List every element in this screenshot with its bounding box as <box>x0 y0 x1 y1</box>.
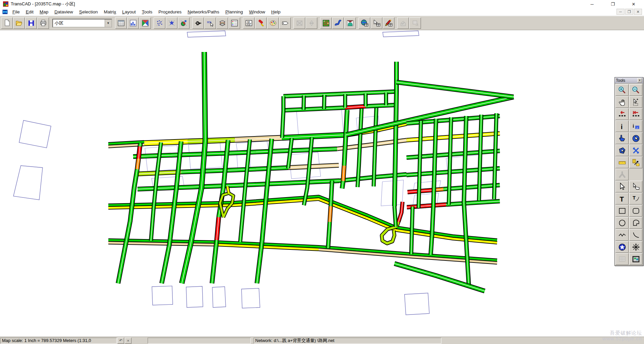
pan-hand-tool[interactable] <box>615 96 629 108</box>
label-tag-icon <box>281 19 289 27</box>
table-link-button <box>409 17 421 29</box>
map-label-tool[interactable] <box>629 181 642 192</box>
legend-list-button[interactable] <box>228 17 240 29</box>
map-canvas[interactable] <box>0 30 644 337</box>
clear-selection-tool[interactable] <box>629 145 642 156</box>
tools-palette-grid: ii♪TT <box>615 83 643 266</box>
main-toolbar: 小区▼=>MIKM <box>0 16 644 30</box>
tools-palette-title: Tools <box>616 78 625 83</box>
flow-arrow-button[interactable]: => <box>204 17 216 29</box>
network-path-panel: Network: d:\...践 a+背景交通量) \路网.net <box>254 338 441 344</box>
zoom-select-tool[interactable] <box>629 96 642 108</box>
open-file-button[interactable] <box>13 17 25 29</box>
highlighter-button[interactable] <box>255 17 267 29</box>
menu-dataview[interactable]: Dataview <box>51 9 76 15</box>
info-multi-tool[interactable]: i♪ <box>629 120 642 132</box>
menu-map[interactable]: Map <box>37 9 51 15</box>
map-layers-icon <box>141 19 149 27</box>
star-theme-icon <box>168 19 176 27</box>
rectangle-tool[interactable] <box>615 205 629 217</box>
tools-palette-close-button[interactable]: x <box>637 78 642 82</box>
menu-edit[interactable]: Edit <box>23 9 37 15</box>
route-curve-icon <box>334 19 342 27</box>
ruler-icon <box>618 158 627 167</box>
menu-planning[interactable]: Planning <box>222 9 246 15</box>
layers-stack-button[interactable] <box>216 17 228 29</box>
grid-tool <box>615 253 629 265</box>
pointer-table-button[interactable] <box>371 17 382 29</box>
restore-button[interactable]: ❐ <box>602 0 623 8</box>
menu-layout[interactable]: Layout <box>119 9 139 15</box>
measure-scale-tool[interactable] <box>629 157 642 168</box>
grid-map-button[interactable] <box>320 17 332 29</box>
mdi-minimize-button[interactable]: ─ <box>616 9 625 15</box>
circle-tool[interactable] <box>615 217 629 229</box>
layout-map-icon <box>632 255 640 264</box>
arc-curve-tool[interactable] <box>629 229 642 241</box>
rounded-rectangle-tool[interactable] <box>629 205 642 217</box>
close-button[interactable]: ✕ <box>623 0 644 8</box>
pointer-tool[interactable] <box>615 181 629 192</box>
scale-back-tool[interactable] <box>615 108 629 120</box>
menu-window[interactable]: Window <box>246 9 268 15</box>
scatter-theme-button[interactable] <box>154 17 165 29</box>
menu-procedures[interactable]: Procedures <box>155 9 184 15</box>
rectangle-icon <box>618 207 627 215</box>
mdi-close-button[interactable]: ✕ <box>634 9 642 15</box>
mdi-child-icon <box>2 9 8 14</box>
map-layers-button[interactable] <box>139 17 151 29</box>
menu-help[interactable]: Help <box>268 9 283 15</box>
north-compass-tool[interactable] <box>629 241 642 253</box>
menu-networks-paths[interactable]: Networks/Paths <box>184 9 222 15</box>
tools-palette-titlebar[interactable]: Tools x <box>615 77 643 83</box>
star-theme-button[interactable] <box>166 17 177 29</box>
new-file-icon <box>3 19 11 27</box>
grid-map-icon <box>322 19 330 27</box>
svg-text:MI: MI <box>247 21 250 23</box>
menu-tools[interactable]: Tools <box>139 9 156 15</box>
print-button[interactable] <box>37 17 49 29</box>
zoom-out-tool[interactable] <box>629 84 642 96</box>
scale-mi-km-button[interactable]: MIKM <box>243 17 255 29</box>
ruler-tool[interactable] <box>615 157 629 168</box>
globe-table-button[interactable] <box>359 17 370 29</box>
join-links-button[interactable] <box>192 17 204 29</box>
select-polygon-tool[interactable] <box>615 145 629 156</box>
layout-map-tool[interactable] <box>629 253 642 265</box>
freeform-shape-tool[interactable] <box>629 217 642 229</box>
color-palette-button[interactable] <box>267 17 279 29</box>
mdi-restore-button[interactable]: ❐ <box>625 9 633 15</box>
star-symbol-tool[interactable] <box>615 241 629 253</box>
scale-mi-km-icon: MIKM <box>245 19 253 27</box>
scale-history-button[interactable]: ↶ <box>117 338 124 344</box>
select-pointing-hand-tool[interactable] <box>615 132 629 144</box>
brush-table-button[interactable] <box>383 17 394 29</box>
measure-scale-icon <box>632 158 640 167</box>
minimize-button[interactable]: ─ <box>582 0 602 8</box>
theme-map-button[interactable] <box>344 17 356 29</box>
scale-initial-tool[interactable] <box>629 108 642 120</box>
combobox-dropdown-arrow[interactable]: ▼ <box>105 19 111 27</box>
new-file-button[interactable] <box>1 17 13 29</box>
save-file-button[interactable] <box>25 17 37 29</box>
curved-text-tool[interactable]: T <box>629 193 642 205</box>
dataview-table-button[interactable] <box>115 17 127 29</box>
select-circle-tool[interactable] <box>629 132 642 144</box>
menu-file[interactable]: File <box>9 9 23 15</box>
layer-combobox[interactable]: 小区▼ <box>52 19 112 27</box>
status-middle-panel <box>148 338 251 344</box>
info-tool[interactable]: i <box>615 120 629 132</box>
scale-close-button[interactable]: × <box>125 338 131 344</box>
zoom-in-tool[interactable] <box>615 84 629 96</box>
chart-button[interactable] <box>127 17 139 29</box>
text-tool[interactable]: T <box>615 193 629 205</box>
route-curve-button[interactable] <box>332 17 344 29</box>
label-tag-button[interactable] <box>279 17 291 29</box>
pointer-icon <box>618 182 627 191</box>
pie-theme-button[interactable] <box>178 17 190 29</box>
menu-matrix[interactable]: Matrix <box>101 9 119 15</box>
polyline-tool[interactable] <box>615 229 629 241</box>
menu-selection[interactable]: Selection <box>76 9 101 15</box>
select-pointing-hand-icon <box>618 134 627 143</box>
brush-table-icon <box>385 19 393 27</box>
